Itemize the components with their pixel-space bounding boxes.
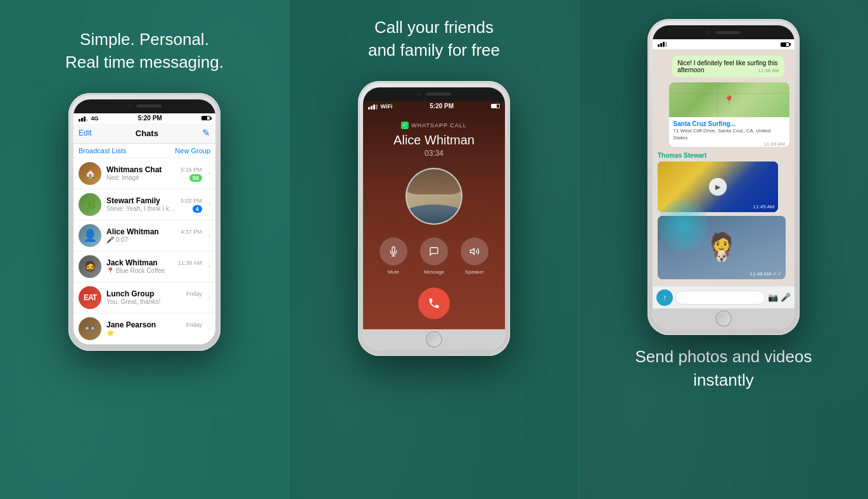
iphone-top-bar-center bbox=[363, 87, 505, 101]
chat-preview-jack: 📍 Blue Rock Coffee bbox=[106, 267, 165, 274]
chat-name-whitmans: Whitmans Chat bbox=[106, 165, 162, 174]
iphone-top-bar-left bbox=[73, 99, 215, 113]
earpiece-right bbox=[715, 31, 741, 34]
home-button-center[interactable] bbox=[426, 331, 442, 348]
caller-avatar bbox=[405, 168, 463, 225]
chat-preview-jane: ⭐ bbox=[106, 329, 114, 336]
avatar-whitmans: 🏠 bbox=[79, 162, 101, 185]
glow-circle bbox=[658, 200, 708, 251]
call-controls: Mute Message bbox=[380, 237, 488, 275]
badge-whitmans: 50 bbox=[189, 174, 202, 182]
clock-left: 5:20 PM bbox=[138, 115, 162, 122]
chat-item-alice[interactable]: 👤 Alice Whitman 4:37 PM 🎤 0:07 › bbox=[73, 220, 215, 251]
chevron-alice: › bbox=[208, 232, 210, 239]
message-input[interactable] bbox=[675, 291, 765, 305]
broadcast-lists-link[interactable]: Broadcast Lists bbox=[79, 147, 126, 155]
chat-content-lunch: Lunch Group Friday You: Great, thanks! bbox=[106, 289, 202, 305]
avatar-jane: 👓 bbox=[79, 317, 101, 340]
wa-logo-icon: ✓ bbox=[401, 122, 409, 129]
earpiece-left bbox=[136, 104, 162, 108]
map-info: Santa Cruz Surfing... 71 West Cliff Driv… bbox=[669, 117, 789, 144]
chat-content-stewart: Stewart Family 5:02 PM Steve: Yeah, I th… bbox=[106, 196, 202, 213]
signal-center: WiFi bbox=[368, 103, 392, 110]
chat-content-jane: Jane Pearson Friday ⭐ bbox=[106, 320, 202, 336]
chat-item-jack[interactable]: 🧔 Jack Whitman 11:30 AM 📍 Blue Rock Coff… bbox=[73, 251, 215, 282]
chat-links-bar: Broadcast Lists New Group bbox=[73, 144, 215, 158]
battery-left bbox=[201, 116, 210, 120]
status-bar-center: WiFi 5:20 PM bbox=[363, 101, 505, 111]
battery-right bbox=[781, 42, 789, 47]
msg-surfing-time: 11:38 AM bbox=[758, 68, 779, 73]
carrier-left: 4G bbox=[91, 115, 99, 122]
chat-item-lunch[interactable]: EAT Lunch Group Friday You: Great, thank… bbox=[73, 282, 215, 313]
call-screen: ✓ WHATSAPP CALL Alice Whitman 03:34 bbox=[363, 111, 505, 329]
left-headline: Simple. Personal. Real time messaging. bbox=[53, 28, 236, 74]
speaker-button[interactable] bbox=[461, 237, 488, 265]
chat-nav-bar: Edit Chats ✎ bbox=[73, 123, 215, 144]
chat-preview-whitmans: Ned: Image bbox=[106, 174, 139, 181]
mute-button[interactable] bbox=[380, 237, 407, 265]
clock-center: 5:20 PM bbox=[430, 103, 454, 110]
photo-time: 11:48 AM ✓✓ bbox=[750, 271, 782, 277]
chat-name-alice: Alice Whitman bbox=[106, 227, 159, 236]
status-bar-right bbox=[653, 39, 795, 49]
panel-center: * Data charges may apply Call your frien… bbox=[289, 0, 579, 499]
map-card: 📍 Santa Cruz Surfing... 71 West Cliff Dr… bbox=[669, 82, 789, 147]
center-headline: Call your friends and family for free bbox=[355, 16, 513, 62]
double-check-icon: ✓✓ bbox=[773, 271, 782, 277]
chat-time-lunch: Friday bbox=[186, 291, 202, 297]
front-camera-center bbox=[417, 92, 421, 96]
chevron-stewart: › bbox=[208, 201, 210, 208]
chevron-lunch: › bbox=[208, 294, 210, 301]
badge-stewart: 4 bbox=[193, 205, 202, 213]
avatar-jack: 🧔 bbox=[79, 255, 101, 278]
chat-item-stewart[interactable]: 🌿 Stewart Family 5:02 PM Steve: Yeah, I … bbox=[73, 189, 215, 220]
chat-preview-lunch: You: Great, thanks! bbox=[106, 298, 160, 305]
call-duration: 03:34 bbox=[424, 149, 444, 158]
mute-label: Mute bbox=[388, 269, 399, 275]
battery-center bbox=[491, 104, 500, 108]
chat-item-jane[interactable]: 👓 Jane Pearson Friday ⭐ › bbox=[73, 313, 215, 344]
iphone-center: WiFi 5:20 PM ✓ WHATSAPP CALL Alice Whitm… bbox=[358, 81, 510, 356]
signal-left: 4G bbox=[79, 115, 99, 122]
status-bar-left: 4G 5:20 PM bbox=[73, 113, 215, 123]
msg-surfing: Nice! I definitely feel like surfing thi… bbox=[672, 56, 784, 77]
chat-item-whitmans[interactable]: 🏠 Whitmans Chat 5:16 PM Ned: Image 50 › bbox=[73, 158, 215, 189]
signal-right bbox=[658, 42, 667, 47]
home-button-right[interactable] bbox=[715, 310, 732, 327]
iphone-left: 4G 5:20 PM Edit Chats ✎ Broadcast Lists … bbox=[68, 93, 220, 351]
map-time: 11:39 AM bbox=[763, 141, 785, 147]
chat-name-stewart: Stewart Family bbox=[106, 196, 160, 205]
speaker-label: Speaker bbox=[465, 269, 484, 275]
chat-name-jack: Jack Whitman bbox=[106, 258, 158, 267]
chat-time-jane: Friday bbox=[186, 322, 202, 328]
chat-time-jack: 11:30 AM bbox=[178, 260, 202, 266]
voice-upload-button[interactable]: ↑ bbox=[656, 289, 673, 306]
call-app-label: ✓ WHATSAPP CALL bbox=[401, 122, 467, 129]
chat-content-alice: Alice Whitman 4:37 PM 🎤 0:07 bbox=[106, 227, 202, 243]
front-camera-left bbox=[127, 104, 131, 108]
message-button[interactable] bbox=[420, 237, 448, 265]
new-group-link[interactable]: New Group bbox=[175, 147, 210, 155]
iphone-top-bar-right bbox=[653, 25, 795, 39]
chat-preview-alice: 🎤 0:07 bbox=[106, 236, 128, 243]
thomas-label: Thomas Stewart bbox=[658, 152, 789, 159]
iphone-bottom-center bbox=[363, 329, 505, 350]
map-thumbnail: 📍 bbox=[669, 82, 789, 117]
chat-input-bar: ↑ 📷 🎤 bbox=[653, 286, 795, 308]
avatar-stewart: 🌿 bbox=[79, 193, 101, 216]
panel-left: Simple. Personal. Real time messaging. 4… bbox=[0, 0, 289, 499]
edit-button[interactable]: Edit bbox=[79, 129, 92, 137]
chat-time-whitmans: 5:16 PM bbox=[181, 167, 202, 173]
microphone-icon[interactable]: 🎤 bbox=[781, 293, 791, 302]
caller-name: Alice Whitman bbox=[393, 133, 475, 148]
end-call-button[interactable] bbox=[418, 287, 450, 319]
chat-time-alice: 4:37 PM bbox=[181, 229, 202, 235]
chat-name-lunch: Lunch Group bbox=[106, 289, 154, 298]
chats-title: Chats bbox=[136, 129, 158, 138]
compose-button[interactable]: ✎ bbox=[202, 127, 210, 139]
camera-icon[interactable]: 📷 bbox=[768, 293, 778, 302]
avatar-alice: 👤 bbox=[79, 224, 101, 247]
video-time: 11:45 AM bbox=[753, 204, 775, 210]
svg-marker-0 bbox=[470, 248, 474, 254]
